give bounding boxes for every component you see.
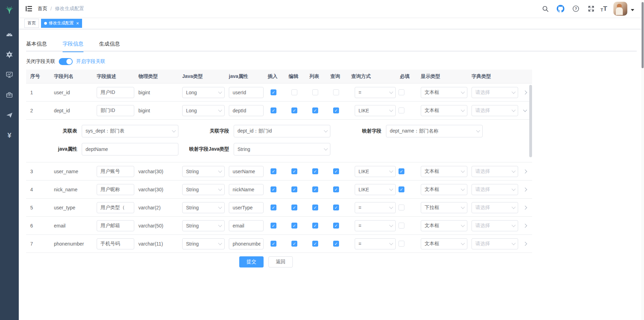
tag-close-icon[interactable]: × [76, 21, 79, 26]
sidebar-item-guide[interactable] [0, 105, 19, 125]
insert-checkbox[interactable] [271, 168, 276, 174]
insert-checkbox[interactable] [271, 205, 276, 210]
app-logo[interactable] [0, 0, 19, 19]
tab-generate-info[interactable]: 生成信息 [99, 36, 120, 51]
list-checkbox[interactable] [312, 186, 318, 192]
font-size-button[interactable]: TT [601, 5, 607, 13]
sidebar-item-system[interactable] [0, 45, 19, 65]
query-type-select[interactable]: LIKE [355, 166, 396, 177]
java-field-input[interactable]: email [229, 220, 264, 231]
field-relation-switch[interactable] [59, 58, 73, 65]
required-checkbox[interactable] [399, 186, 404, 192]
query-type-select[interactable]: = [355, 87, 396, 98]
java-field-input[interactable]: userId [229, 87, 264, 98]
relation-column-select[interactable]: dept_id：部门id [234, 125, 330, 137]
query-checkbox[interactable] [333, 107, 339, 113]
column-comment-input[interactable]: 用户类型（ [97, 202, 134, 213]
query-checkbox[interactable] [333, 89, 339, 95]
java-field-input[interactable]: deptId [229, 105, 264, 116]
query-checkbox[interactable] [333, 186, 339, 192]
column-comment-input[interactable]: 用户昵称 [97, 184, 134, 195]
row-expand-icon[interactable] [522, 204, 529, 211]
back-button[interactable]: 返回 [268, 256, 293, 267]
fullscreen-button[interactable] [585, 3, 597, 15]
required-checkbox[interactable] [399, 205, 404, 210]
html-type-select[interactable]: 文本框 [421, 166, 467, 177]
page-scrollbar-thumb[interactable] [642, 2, 644, 68]
insert-checkbox[interactable] [271, 89, 276, 95]
row-expand-icon[interactable] [522, 240, 529, 247]
exp-java-field-input[interactable]: deptName [82, 143, 178, 155]
html-type-select[interactable]: 文本框 [421, 184, 467, 195]
list-checkbox[interactable] [312, 168, 318, 174]
insert-checkbox[interactable] [271, 241, 276, 247]
sidebar-item-tools[interactable] [0, 85, 19, 105]
insert-checkbox[interactable] [271, 107, 276, 113]
search-button[interactable] [539, 3, 551, 15]
dict-type-select[interactable]: 请选择 [472, 202, 518, 213]
html-type-select[interactable]: 文本框 [421, 87, 467, 98]
sidebar-item-monitor[interactable] [0, 65, 19, 85]
required-checkbox[interactable] [399, 241, 404, 247]
submit-button[interactable]: 提交 [239, 256, 264, 267]
row-expand-icon[interactable] [522, 89, 529, 96]
list-checkbox[interactable] [312, 241, 318, 247]
user-menu[interactable] [613, 2, 639, 16]
tag-current-page[interactable]: 修改生成配置 × [41, 19, 82, 28]
dict-type-select[interactable]: 请选择 [472, 105, 518, 116]
java-type-select[interactable]: Long [182, 105, 225, 116]
sidebar-item-pay[interactable]: ¥ [0, 125, 19, 145]
dict-type-select[interactable]: 请选择 [472, 166, 518, 177]
sidebar-fold-icon[interactable] [25, 5, 33, 13]
edit-checkbox[interactable] [291, 89, 297, 95]
query-type-select[interactable]: LIKE [355, 184, 396, 195]
required-checkbox[interactable] [399, 223, 404, 229]
java-field-input[interactable]: nickName [229, 184, 264, 195]
dict-type-select[interactable]: 请选择 [472, 87, 518, 98]
dict-type-select[interactable]: 请选择 [472, 220, 518, 231]
column-comment-input[interactable]: 用户账号 [97, 166, 134, 177]
dict-type-select[interactable]: 请选择 [472, 184, 518, 195]
breadcrumb-home[interactable]: 首页 [38, 6, 47, 12]
column-comment-input[interactable]: 用户ID [97, 87, 134, 98]
mapping-java-type-select[interactable]: String [234, 143, 330, 155]
insert-checkbox[interactable] [271, 223, 276, 229]
edit-checkbox[interactable] [291, 241, 297, 247]
column-comment-input[interactable]: 手机号码 [97, 238, 134, 249]
java-type-select[interactable]: String [182, 238, 225, 249]
tab-field-info[interactable]: 字段信息 [63, 36, 83, 51]
java-type-select[interactable]: Long [182, 87, 225, 98]
required-checkbox[interactable] [399, 107, 404, 113]
dict-type-select[interactable]: 请选择 [472, 238, 518, 249]
edit-checkbox[interactable] [291, 223, 297, 229]
query-checkbox[interactable] [333, 223, 339, 229]
html-type-select[interactable]: 文本框 [421, 220, 467, 231]
html-type-select[interactable]: 文本框 [421, 105, 467, 116]
github-link[interactable] [555, 3, 566, 15]
query-checkbox[interactable] [333, 241, 339, 247]
edit-checkbox[interactable] [291, 168, 297, 174]
mapping-column-select[interactable]: dept_name：部门名称 [386, 125, 483, 137]
query-checkbox[interactable] [333, 205, 339, 210]
list-checkbox[interactable] [312, 107, 318, 113]
insert-checkbox[interactable] [271, 186, 276, 192]
java-type-select[interactable]: String [182, 202, 225, 213]
list-checkbox[interactable] [312, 89, 318, 95]
java-field-input[interactable]: userType [229, 202, 264, 213]
java-type-select[interactable]: String [182, 220, 225, 231]
edit-checkbox[interactable] [291, 107, 297, 113]
java-field-input[interactable]: userName [229, 166, 264, 177]
column-comment-input[interactable]: 用户邮箱 [97, 220, 134, 231]
query-type-select[interactable]: LIKE [355, 105, 396, 116]
list-checkbox[interactable] [312, 205, 318, 210]
query-type-select[interactable]: = [355, 238, 396, 249]
sidebar-item-dashboard[interactable] [0, 24, 19, 45]
html-type-select[interactable]: 文本框 [421, 238, 467, 249]
query-type-select[interactable]: = [355, 220, 396, 231]
required-checkbox[interactable] [399, 89, 404, 95]
java-type-select[interactable]: String [182, 184, 225, 195]
html-type-select[interactable]: 下拉框 [421, 202, 467, 213]
table-scrollbar[interactable] [529, 85, 532, 157]
java-field-input[interactable]: phonenumber [229, 238, 264, 249]
edit-checkbox[interactable] [291, 205, 297, 210]
